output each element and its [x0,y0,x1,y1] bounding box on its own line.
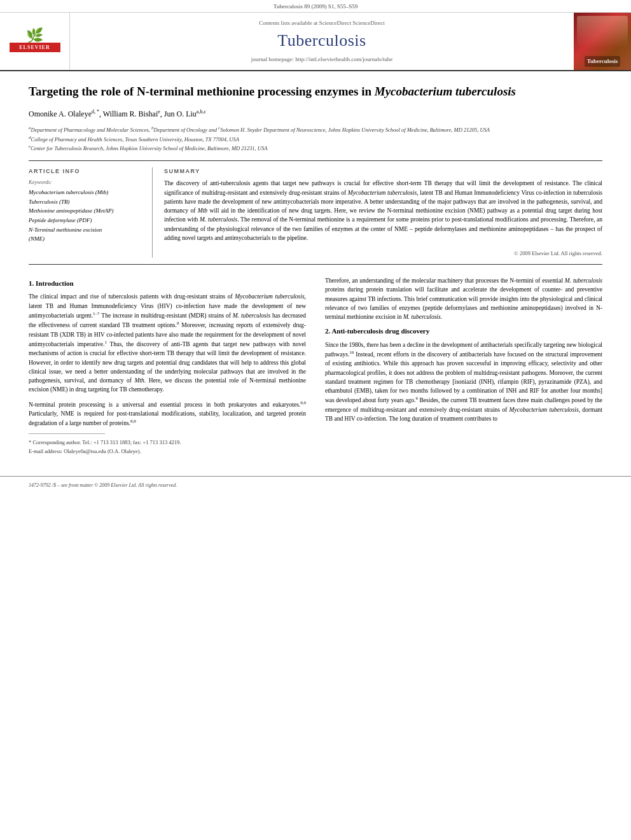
authors-line: Omonike A. Olaleyed, *, William R. Bisha… [29,108,602,120]
keyword-3: Methionine aminopeptidase (MetAP) [29,207,142,215]
elsevier-brand: ELSEVIER [10,43,60,52]
keywords-label: Keywords: [29,179,142,186]
journal-title-center: Contents lists available at ScienceDirec… [70,13,574,70]
elsevier-logo: 🌿 ELSEVIER [0,13,70,70]
cover-decoration [577,16,628,48]
keyword-4: Peptide deformylase (PDF) [29,216,142,225]
sciencedirect-line: Contents lists available at ScienceDirec… [259,19,385,27]
summary-text: The discovery of anti-tuberculosis agent… [164,179,602,242]
keyword-2: Tuberculosis (TB) [29,198,142,206]
article-info-heading: ARTICLE INFO [29,167,142,176]
section2-heading: 2. Anti-tuberculosis drug discovery [325,326,602,336]
citation-header: Tuberculosis 89 (2009) S1, S55–S59 [0,0,631,13]
elsevier-tree-icon: 🌿 [26,29,43,43]
section1-paragraph2: N-terminal protein processing is a unive… [29,400,306,428]
body-columns: 1. Introduction The clinical impact and … [29,276,602,456]
article-title: Targeting the role of N-terminal methion… [29,84,602,100]
journal-name: Tuberculosis [277,29,366,52]
section1-paragraph1: The clinical impact and rise of tubercul… [29,292,306,394]
keyword-5: N-Terminal methionine excision [29,226,142,234]
keyword-5b: (NME) [29,235,142,243]
affiliations: aDepartment of Pharmacology and Molecula… [29,125,602,153]
citation-text: Tuberculosis 89 (2009) S1, S55–S59 [274,3,357,10]
page-footer: 1472-9792 /$ – see front matter © 2009 E… [0,476,631,491]
info-summary-row: ARTICLE INFO Keywords: Mycobacterium tub… [29,160,602,265]
left-column: 1. Introduction The clinical impact and … [29,276,309,456]
journal-cover-image: Tuberculosis [574,13,631,70]
section1-heading: 1. Introduction [29,279,306,288]
right-column: Therefore, an understanding of the molec… [322,276,602,456]
section1-right-paragraph1: Therefore, an understanding of the molec… [325,276,602,321]
journal-homepage: journal homepage: http://intl.elsevierhe… [251,55,392,64]
main-content: Targeting the role of N-terminal methion… [0,71,631,470]
footnote-corresponding: * Corresponding author. Tel.: +1 713 313… [29,439,306,447]
footnote-divider [29,433,105,434]
footer-issn: 1472-9792 /$ – see front matter © 2009 E… [29,482,602,489]
copyright-line: © 2009 Elsevier Ltd. All rights reserved… [164,248,602,258]
keyword-1: Mycobacterium tuberculosis (Mtb) [29,188,142,197]
footnote-email: E-mail address: Olaleye0a@tsu.edu (O.A. … [29,448,306,456]
section2-paragraph1: Since the 1980s, there has been a declin… [325,340,602,424]
cover-title-text: Tuberculosis [585,56,621,67]
summary-heading: SUMMARY [164,167,602,176]
article-info-section: ARTICLE INFO Keywords: Mycobacterium tub… [29,167,153,258]
journal-header: 🌿 ELSEVIER Contents lists available at S… [0,13,631,71]
summary-section: SUMMARY The discovery of anti-tuberculos… [153,167,602,258]
